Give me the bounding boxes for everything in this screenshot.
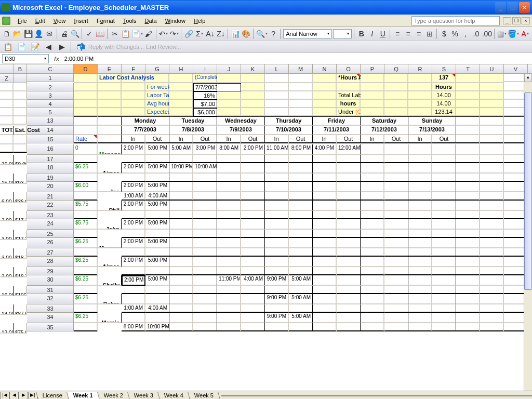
cell[interactable] bbox=[456, 155, 480, 163]
time-out[interactable] bbox=[289, 219, 313, 230]
time-out2[interactable] bbox=[241, 267, 265, 275]
time-out[interactable] bbox=[241, 257, 265, 267]
time-in2[interactable] bbox=[265, 230, 289, 238]
cell[interactable] bbox=[169, 83, 193, 91]
time-out[interactable]: 10:00 AM bbox=[193, 163, 217, 174]
time-in2[interactable] bbox=[313, 174, 337, 182]
time-out[interactable] bbox=[241, 201, 265, 211]
review-icon4[interactable]: ◀ bbox=[43, 41, 54, 52]
time-out2[interactable] bbox=[337, 323, 361, 331]
cell[interactable] bbox=[456, 323, 480, 331]
time-in[interactable] bbox=[361, 238, 384, 248]
time-out2[interactable] bbox=[384, 267, 408, 275]
row-15[interactable]: 15 bbox=[27, 135, 74, 143]
review-icon1[interactable]: 📋 bbox=[2, 41, 14, 52]
cell[interactable] bbox=[480, 275, 504, 286]
row-22[interactable]: 22 bbox=[27, 201, 74, 211]
time-out[interactable] bbox=[337, 182, 361, 192]
menu-window[interactable]: Window bbox=[161, 17, 190, 25]
time-out2[interactable] bbox=[384, 192, 408, 201]
time-in[interactable] bbox=[217, 163, 241, 174]
time-in2[interactable] bbox=[265, 174, 289, 182]
time-in2[interactable] bbox=[265, 286, 289, 294]
time-in[interactable] bbox=[408, 257, 432, 267]
spell-button[interactable]: ✓ bbox=[85, 28, 95, 39]
rate-cell[interactable]: $5.75 bbox=[74, 219, 98, 230]
time-out[interactable]: 5:00 PM bbox=[145, 275, 169, 286]
col-Q[interactable]: Q bbox=[384, 64, 408, 74]
time-out[interactable]: 5:00 AM bbox=[289, 313, 313, 323]
cell[interactable] bbox=[456, 201, 480, 211]
cell[interactable] bbox=[241, 91, 265, 100]
review-icon2[interactable]: 📄 bbox=[16, 41, 27, 52]
time-in[interactable] bbox=[217, 313, 241, 323]
emp-name[interactable]: Phil bbox=[98, 201, 122, 211]
time-in2[interactable] bbox=[169, 304, 193, 313]
align-center-button[interactable]: ≡ bbox=[403, 28, 413, 39]
col-O[interactable]: O bbox=[337, 64, 361, 74]
time-out2[interactable] bbox=[337, 174, 361, 182]
time-in[interactable]: 4:00 PM bbox=[313, 144, 337, 155]
drawing-button[interactable]: 🎨 bbox=[242, 28, 251, 39]
time-out[interactable]: 4:00 AM bbox=[241, 275, 265, 286]
time-in2[interactable] bbox=[408, 174, 432, 182]
time-in2[interactable] bbox=[361, 230, 384, 238]
cell[interactable] bbox=[313, 91, 337, 100]
cost-cell[interactable]: $18.75 bbox=[14, 267, 27, 277]
time-out2[interactable] bbox=[289, 286, 313, 294]
menu-tools[interactable]: Tools bbox=[119, 17, 141, 25]
col-K[interactable]: K bbox=[241, 64, 265, 74]
time-in2[interactable] bbox=[265, 248, 289, 257]
cell[interactable] bbox=[74, 108, 98, 116]
time-in2[interactable] bbox=[169, 286, 193, 294]
cell[interactable] bbox=[98, 83, 122, 91]
time-in2[interactable] bbox=[217, 211, 241, 219]
time-in[interactable]: 2:00 PM bbox=[122, 163, 145, 174]
time-out[interactable] bbox=[193, 238, 217, 248]
sort-desc-button[interactable]: Z↓ bbox=[216, 28, 226, 39]
cell[interactable] bbox=[217, 100, 241, 108]
time-in2[interactable] bbox=[408, 155, 432, 163]
cell[interactable] bbox=[456, 163, 480, 174]
cost-cell[interactable]: $17.25 bbox=[14, 211, 27, 221]
time-in2[interactable] bbox=[169, 174, 193, 182]
close-button[interactable]: × bbox=[519, 2, 530, 13]
time-out[interactable] bbox=[384, 163, 408, 174]
time-in[interactable] bbox=[313, 238, 337, 248]
cell[interactable] bbox=[480, 257, 504, 267]
day-header[interactable]: Wednesday bbox=[217, 116, 265, 126]
cell[interactable] bbox=[74, 174, 98, 182]
cell[interactable] bbox=[313, 74, 337, 83]
total-cell[interactable]: 3.00 bbox=[0, 267, 14, 277]
row-34[interactable]: 34 bbox=[27, 313, 74, 323]
time-in2[interactable] bbox=[361, 174, 384, 182]
cell[interactable] bbox=[265, 83, 289, 91]
time-out2[interactable]: 4:00 AM bbox=[145, 192, 169, 201]
cell[interactable]: 123.14 bbox=[432, 108, 456, 116]
time-out2[interactable] bbox=[241, 230, 265, 238]
time-in2[interactable] bbox=[122, 286, 145, 294]
cell[interactable] bbox=[169, 74, 193, 83]
time-out2[interactable] bbox=[289, 155, 313, 163]
cost-header[interactable]: Est. Cost bbox=[14, 126, 27, 135]
cell[interactable]: 137 bbox=[432, 74, 456, 83]
time-out2[interactable] bbox=[384, 211, 408, 219]
cost-cell[interactable]: $87.50 bbox=[14, 304, 27, 315]
cell[interactable] bbox=[74, 126, 98, 135]
time-out[interactable] bbox=[289, 182, 313, 192]
cell[interactable] bbox=[74, 100, 98, 108]
time-in[interactable] bbox=[361, 257, 384, 267]
time-in2[interactable] bbox=[122, 230, 145, 238]
cell[interactable] bbox=[74, 323, 98, 331]
time-in2[interactable] bbox=[361, 248, 384, 257]
research-button[interactable]: 📖 bbox=[96, 28, 105, 39]
menu-view[interactable]: View bbox=[49, 17, 70, 25]
time-in2[interactable] bbox=[265, 211, 289, 219]
borders-button[interactable]: ▦▾ bbox=[497, 28, 507, 39]
in-header[interactable]: In bbox=[313, 135, 337, 143]
cell[interactable] bbox=[480, 74, 504, 83]
time-in[interactable]: 11:00 AM bbox=[265, 144, 289, 155]
time-out[interactable]: 3:00 PM bbox=[193, 144, 217, 155]
time-in[interactable] bbox=[217, 201, 241, 211]
cell[interactable] bbox=[74, 267, 98, 275]
